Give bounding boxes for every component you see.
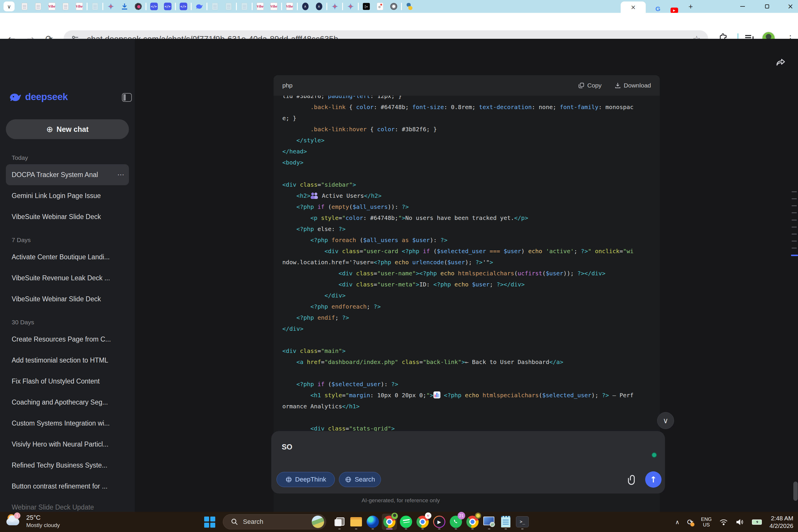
sidebar-chat-item[interactable]: Refined Techy Business Syste... [6,455,129,476]
tray-overflow-chevron[interactable]: ∧ [675,518,680,526]
sidebar-chat-item[interactable]: VibeSuite Webinar Slide Deck [6,288,129,309]
new-chat-button[interactable]: ⊕ New chat [6,119,129,139]
scroll-anchor-mark[interactable] [792,191,797,192]
scroll-anchor-mark-active[interactable] [791,254,798,256]
taskbar-app-folder[interactable] [348,514,364,530]
active-tab[interactable]: × [621,1,646,13]
pinned-tab-python[interactable] [402,0,416,13]
sidebar-chat-item[interactable]: Button contrast refinement for ... [6,476,129,497]
chat-item-menu-icon[interactable]: ⋯ [117,164,124,185]
pinned-tab-vibe[interactable]: Vibe [267,0,281,13]
scroll-anchor-mark[interactable] [792,205,797,206]
window-minimize-button[interactable] [734,0,751,13]
scroll-to-bottom-button[interactable]: ∨ [657,412,674,429]
taskbar-app-player[interactable]: ▶ [432,514,447,530]
pinned-tab-vibe[interactable]: Vibe [253,0,267,13]
wifi-icon[interactable] [719,518,728,526]
pinned-tab-doc[interactable] [18,0,31,13]
battery-icon[interactable] [752,519,762,525]
pinned-tab-lovable[interactable] [131,0,145,13]
pinned-tab-vibe[interactable]: Vibe [283,0,296,13]
scroll-anchor-mark[interactable] [792,241,797,242]
clock[interactable]: 2:48 AM4/2/2026 [770,514,793,530]
start-button[interactable] [204,516,215,528]
scroll-anchor-mark[interactable] [792,198,797,199]
pinned-tab-gemini[interactable] [328,0,342,13]
weather-widget[interactable]: 1 25°C Mostly cloudy [6,514,60,529]
pinned-tab-doc-faint[interactable] [238,0,251,13]
scroll-anchor-mark[interactable] [792,248,797,248]
attach-file-icon[interactable] [627,474,638,486]
pinned-tab-doc-faint[interactable] [208,0,222,13]
sidebar-chat-item[interactable]: VibeSuite Webinar Slide Deck [6,206,129,227]
language-indicator[interactable]: ENGUS [701,516,712,528]
download-button[interactable]: Download [614,82,651,89]
pinned-tab-code[interactable]: </> [147,0,161,13]
taskbar-app-remote[interactable] [481,514,497,530]
scroll-anchor-mark[interactable] [792,212,797,213]
taskbar-app-chrome[interactable] [382,514,397,530]
pinned-tab-doc-faint[interactable] [222,0,235,13]
send-button[interactable]: ↑ [645,471,662,488]
deepthink-toggle[interactable]: DeepThink [277,472,335,487]
sidebar-chat-item[interactable]: Fix Flash of Unstyled Content [6,371,129,392]
web-search-toggle[interactable]: Search [339,472,381,487]
code-line [282,334,651,345]
sidebar-chat-item[interactable]: DOCPA Tracker System Anal⋯ [6,164,129,185]
pinned-tab-code[interactable]: </> [161,0,174,13]
pinned-tab-doc[interactable] [31,0,45,13]
volume-icon[interactable] [736,518,744,526]
pinned-tab-code[interactable]: </> [176,0,190,13]
sidebar-chat-item[interactable]: Add testimonial section to HTML [6,350,129,371]
new-tab-button[interactable]: + [686,2,695,11]
pinned-tab-doc[interactable] [59,0,72,13]
taskbar-search[interactable]: Search [223,514,326,529]
sync-icon[interactable]: ⟳ [687,518,694,527]
globe-icon [345,476,352,483]
taskbar-app-notepad[interactable] [498,514,513,530]
pinned-tab-copilot[interactable] [373,0,387,13]
pinned-tab-oval[interactable]: ∧ [298,0,312,13]
copy-button[interactable]: Copy [578,82,602,89]
pinned-tab-whisk[interactable] [387,0,400,13]
sidebar-chat-item[interactable]: Coaching and Apothecary Seg... [6,392,129,413]
sidebar-chat-item[interactable]: Activate Center Boutique Landi... [6,246,129,267]
scroll-anchor-mark[interactable] [792,220,797,221]
pinned-tab-doc-faint[interactable] [88,0,102,13]
doc-favicon [63,3,69,10]
tab-close-icon[interactable]: × [631,4,636,11]
code-line: <div class="user-card <?php if ($selecte… [282,246,651,256]
pinned-tab-blackbox[interactable]: [▸ [359,0,373,13]
code-line: <div class="user-meta">ID: <?php echo $u… [282,279,651,290]
pinned-tab-gemini[interactable] [104,0,117,13]
tab-search-dropdown[interactable]: ∨ [3,1,15,12]
scroll-anchor-mark[interactable] [792,234,797,234]
taskbar-app-edge[interactable] [365,514,380,530]
sidebar-chat-item[interactable]: Gemini Link Login Page Issue [6,185,129,206]
window-maximize-button[interactable] [758,0,776,13]
pinned-tab-vibe[interactable]: Vibe [45,0,59,13]
taskbar-app-whatsapp[interactable]: 21 [448,514,463,530]
sidebar-chat-item[interactable]: Create Resources Page from C... [6,329,129,350]
sidebar-chat-item[interactable]: VibeSuite Revenue Leak Deck ... [6,267,129,288]
pinned-tab-download[interactable] [117,0,131,13]
taskbar-app-terminal[interactable]: >_ [515,514,530,530]
collapse-sidebar-icon[interactable] [122,93,132,102]
taskbar-app-spotify[interactable] [398,514,414,530]
window-close-button[interactable]: × [782,0,798,13]
gemini-favicon [347,3,354,10]
taskbar-app-taskview[interactable] [332,514,347,530]
sidebar-chat-item[interactable]: Custom Systems Integration wi... [6,413,129,434]
pinned-tab-whale[interactable] [192,0,206,13]
taskbar-app-chrome[interactable] [465,514,480,530]
pinned-tab-gemini[interactable] [344,0,357,13]
scroll-anchor-mark[interactable] [792,227,797,228]
scrollbar-thumb[interactable] [793,481,798,501]
input-indicator-dot [651,452,657,458]
pinned-tab-vibe[interactable]: Vibe [72,0,86,13]
sidebar-chat-item[interactable]: Visivly Hero with Neural Particl... [6,434,129,455]
vibe-badge: V [425,512,431,519]
share-icon[interactable] [775,57,787,69]
pinned-tab-oval[interactable]: ∧ [312,0,326,13]
taskbar-app-chrome[interactable]: V [415,514,430,530]
